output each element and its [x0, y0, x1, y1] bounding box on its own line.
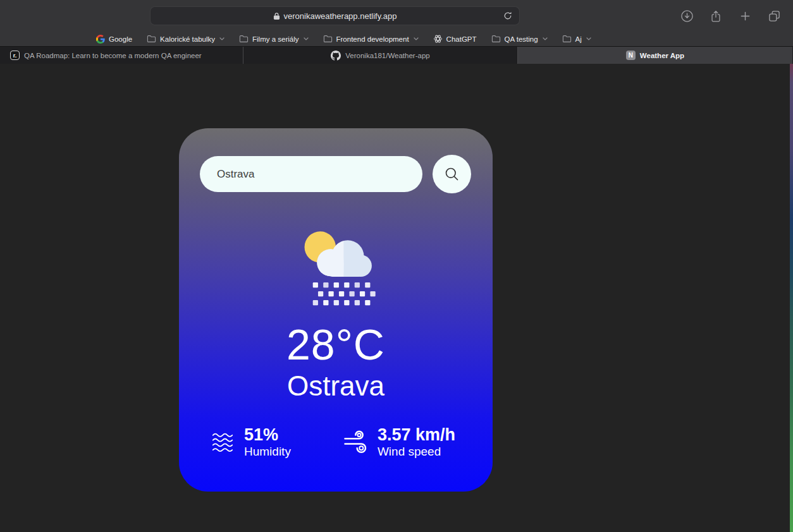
address-bar[interactable]: veronikaweatherapp.netlify.app	[150, 6, 520, 25]
lock-icon	[273, 12, 280, 20]
new-tab-button[interactable]	[737, 8, 753, 23]
chevron-down-icon	[219, 37, 224, 40]
bookmark-label: Google	[109, 35, 132, 43]
wind-stat: 3.57 km/h Wind speed	[343, 425, 455, 459]
bookmarks-bar: Google Kalorické tabulky Filmy a seriály…	[0, 32, 793, 46]
humidity-stat: 51% Humidity	[212, 425, 291, 459]
wind-label: Wind speed	[378, 445, 455, 459]
folder-icon	[239, 35, 249, 43]
browser-chrome: veronikaweatherapp.netlify.app	[0, 0, 793, 64]
bookmark-folder-kaloricke-tabulky[interactable]: Kalorické tabulky	[147, 35, 224, 43]
city-search-input[interactable]	[200, 156, 422, 192]
plus-icon	[740, 11, 751, 21]
wind-icon	[343, 430, 369, 455]
download-icon	[680, 9, 694, 23]
chevron-down-icon	[543, 37, 548, 40]
page-content: 28°C Ostrava 51% Humidity	[0, 64, 793, 532]
temperature-value: 28°C	[286, 323, 385, 366]
netlify-icon: N	[626, 51, 636, 60]
folder-icon	[491, 35, 501, 43]
reload-icon	[503, 11, 512, 20]
wind-value: 3.57 km/h	[378, 425, 455, 445]
bookmark-label: Aj	[575, 35, 582, 43]
tab-title: Weather App	[640, 52, 684, 59]
humidity-label: Humidity	[244, 445, 291, 459]
chevron-down-icon	[414, 37, 419, 40]
folder-icon	[323, 35, 333, 43]
tab-weather-app-active[interactable]: N Weather App	[518, 47, 792, 64]
humidity-icon	[212, 432, 236, 453]
bookmark-label: Filmy a seriály	[252, 35, 298, 43]
folder-icon	[147, 35, 156, 43]
chevron-down-icon	[586, 37, 591, 40]
tab-overview-button[interactable]	[766, 8, 782, 23]
tab-qa-roadmap[interactable]: r. QA Roadmap: Learn to become a modern …	[0, 47, 243, 64]
bookmark-google[interactable]: Google	[96, 35, 132, 44]
chevron-down-icon	[304, 37, 309, 40]
bookmark-folder-aj[interactable]: Aj	[562, 35, 591, 43]
share-icon	[710, 9, 722, 23]
humidity-value: 51%	[244, 425, 291, 445]
weather-condition-icon	[294, 226, 378, 309]
toolbar-actions	[679, 0, 782, 32]
tab-title: QA Roadmap: Learn to become a modern QA …	[24, 52, 202, 59]
background-window-edge	[790, 64, 793, 532]
bookmark-chatgpt[interactable]: ChatGPT	[433, 34, 477, 44]
tab-title: Veronika181/Weather-app	[345, 52, 429, 59]
folder-icon	[562, 35, 572, 43]
search-row	[179, 155, 493, 193]
weather-card: 28°C Ostrava 51% Humidity	[179, 128, 493, 492]
bookmark-label: Frontend development	[336, 35, 409, 43]
address-text: veronikaweatherapp.netlify.app	[273, 11, 397, 21]
roadmap-icon: r.	[10, 51, 20, 60]
url-text: veronikaweatherapp.netlify.app	[284, 11, 397, 21]
reload-button[interactable]	[502, 10, 513, 21]
github-icon	[331, 51, 341, 61]
google-icon	[96, 35, 105, 44]
toolbar: veronikaweatherapp.netlify.app	[0, 0, 793, 32]
bookmark-folder-filmy-a-serialy[interactable]: Filmy a seriály	[239, 35, 308, 43]
tab-bar: r. QA Roadmap: Learn to become a modern …	[0, 46, 793, 64]
share-button[interactable]	[708, 8, 723, 23]
bookmark-label: Kalorické tabulky	[160, 35, 215, 43]
weather-stats: 51% Humidity 3.57 km/h	[179, 425, 493, 459]
bookmark-folder-qa-testing[interactable]: QA testing	[491, 35, 548, 43]
bookmark-folder-frontend-development[interactable]: Frontend development	[323, 35, 419, 43]
tabs-icon	[768, 9, 781, 23]
tab-github-weather-app[interactable]: Veronika181/Weather-app	[243, 47, 518, 64]
downloads-button[interactable]	[679, 8, 694, 23]
bookmark-label: ChatGPT	[446, 35, 477, 43]
browser-window: veronikaweatherapp.netlify.app	[0, 0, 793, 532]
chatgpt-icon	[433, 34, 443, 44]
sleet-icon	[313, 282, 376, 305]
city-name: Ostrava	[287, 371, 384, 401]
search-button[interactable]	[433, 155, 471, 193]
bookmark-label: QA testing	[505, 35, 538, 43]
search-icon	[443, 166, 460, 183]
